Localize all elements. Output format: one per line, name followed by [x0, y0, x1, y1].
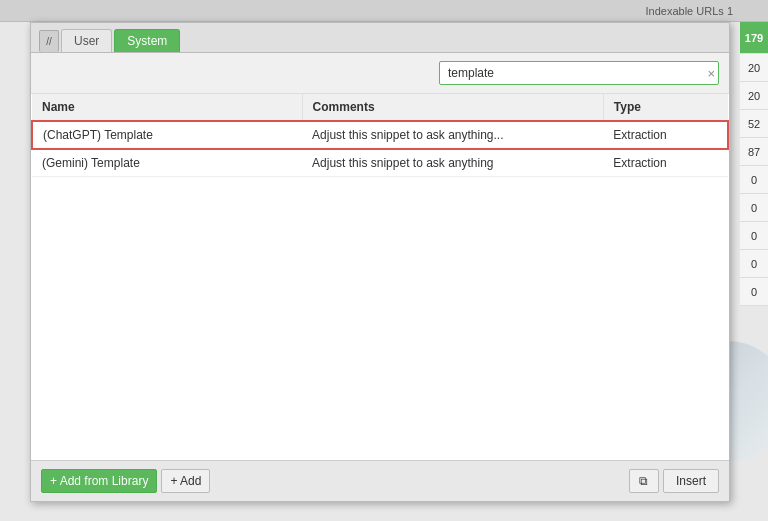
col-header-type: Type [603, 94, 728, 121]
add-from-library-button[interactable]: + Add from Library [41, 469, 157, 493]
insert-label: Insert [676, 474, 706, 488]
bottom-right-buttons: ⧉ Insert [629, 469, 719, 493]
bottom-toolbar: + Add from Library + Add ⧉ Insert [31, 460, 729, 501]
cell-name: (ChatGPT) Template [32, 121, 302, 149]
cell-type: Extraction [603, 121, 728, 149]
add-from-library-label: + Add from Library [50, 474, 148, 488]
table-row[interactable]: (Gemini) TemplateAdjust this snippet to … [32, 149, 728, 177]
indexable-urls-count: 1 [727, 5, 733, 17]
top-hint-bar: Indexable URLs 1 [0, 0, 768, 22]
right-num-20b: 20 [740, 82, 768, 110]
copy-icon: ⧉ [639, 474, 648, 488]
col-header-comments: Comments [302, 94, 603, 121]
table-row[interactable]: (ChatGPT) TemplateAdjust this snippet to… [32, 121, 728, 149]
cell-comments: Adjust this snippet to ask anything... [302, 121, 603, 149]
right-num-0e: 0 [740, 278, 768, 306]
add-button[interactable]: + Add [161, 469, 210, 493]
tab-system-label: System [127, 34, 167, 48]
tabs-row: // User System [31, 23, 729, 53]
right-num-87: 87 [740, 138, 768, 166]
search-clear-icon[interactable]: × [707, 67, 715, 80]
cell-type: Extraction [603, 149, 728, 177]
right-sidebar-numbers: 179 20 20 52 87 0 0 0 0 0 [740, 22, 768, 306]
bottom-left-buttons: + Add from Library + Add [41, 469, 210, 493]
right-num-0d: 0 [740, 250, 768, 278]
right-num-179: 179 [740, 22, 768, 54]
add-label: + Add [170, 474, 201, 488]
search-wrapper: × [439, 61, 719, 85]
search-input[interactable] [439, 61, 719, 85]
main-dialog: // User System × Name Comments Type (Cha [30, 22, 730, 502]
right-num-0a: 0 [740, 166, 768, 194]
tab-user-label: User [74, 34, 99, 48]
insert-button[interactable]: Insert [663, 469, 719, 493]
slash-icon: // [46, 36, 52, 47]
cell-name: (Gemini) Template [32, 149, 302, 177]
col-header-name: Name [32, 94, 302, 121]
cell-comments: Adjust this snippet to ask anything [302, 149, 603, 177]
search-row: × [31, 53, 729, 94]
tab-system[interactable]: System [114, 29, 180, 52]
right-num-20a: 20 [740, 54, 768, 82]
right-num-0b: 0 [740, 194, 768, 222]
indexable-urls-label: Indexable URLs [646, 5, 724, 17]
table-header-row: Name Comments Type [32, 94, 728, 121]
right-num-0c: 0 [740, 222, 768, 250]
tab-user[interactable]: User [61, 29, 112, 52]
tab-icon-button[interactable]: // [39, 30, 59, 52]
table-area: Name Comments Type (ChatGPT) TemplateAdj… [31, 94, 729, 460]
right-num-52: 52 [740, 110, 768, 138]
copy-button[interactable]: ⧉ [629, 469, 659, 493]
snippets-table: Name Comments Type (ChatGPT) TemplateAdj… [31, 94, 729, 177]
